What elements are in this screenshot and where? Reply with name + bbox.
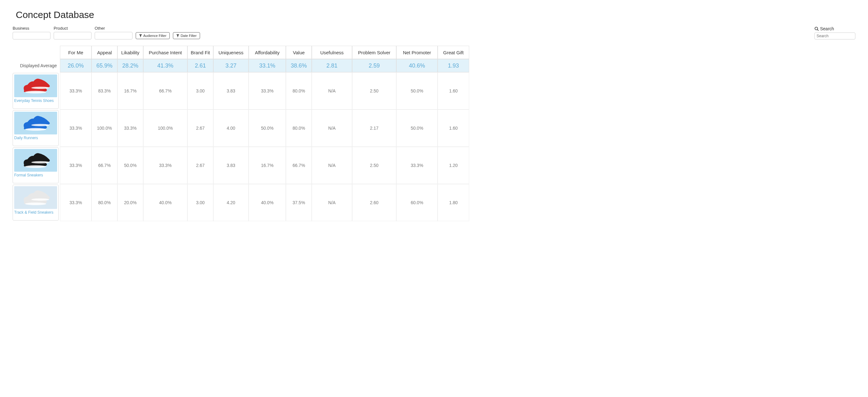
- svg-point-4: [31, 87, 49, 89]
- concept-thumbnail[interactable]: [14, 74, 57, 97]
- table-row: Track & Field Sneakers33.3%80.0%20.0%40.…: [12, 184, 856, 221]
- concept-link[interactable]: Formal Sneakers: [14, 173, 57, 178]
- date-filter-button[interactable]: Date Filter: [173, 32, 200, 39]
- data-cell: 2.50: [352, 147, 396, 184]
- average-cell: 2.81: [312, 59, 352, 72]
- svg-point-0: [815, 27, 818, 30]
- funnel-icon: [139, 34, 142, 37]
- average-cell: 2.59: [352, 59, 396, 72]
- concept-card[interactable]: Formal Sneakers: [12, 147, 59, 183]
- average-cell: 26.0%: [60, 59, 92, 72]
- column-header[interactable]: Value: [286, 46, 312, 59]
- audience-filter-button[interactable]: Audience Filter: [136, 32, 170, 39]
- average-cell: 3.27: [213, 59, 249, 72]
- business-input[interactable]: [12, 32, 51, 39]
- data-cell: 3.00: [187, 72, 213, 110]
- data-cell: 100.0%: [143, 110, 187, 147]
- data-cell: 2.67: [187, 110, 213, 147]
- data-cell: 66.7%: [143, 72, 187, 110]
- concept-card[interactable]: Everyday Tennis Shoes: [12, 73, 59, 109]
- svg-point-13: [31, 198, 49, 201]
- column-header[interactable]: Great Gift: [438, 46, 469, 59]
- column-header[interactable]: For Me: [60, 46, 92, 59]
- column-header[interactable]: Net Promoter: [396, 46, 438, 59]
- product-input[interactable]: [54, 32, 92, 39]
- data-cell: 1.60: [438, 110, 469, 147]
- average-cell: 2.61: [187, 59, 213, 72]
- data-cell: N/A: [312, 110, 352, 147]
- column-header[interactable]: Problem Solver: [352, 46, 396, 59]
- search-icon: [814, 27, 819, 31]
- average-cell: 40.6%: [396, 59, 438, 72]
- concept-card[interactable]: Daily Runners: [12, 110, 59, 146]
- displayed-average-row: Displayed Average26.0%65.9%28.2%41.3%2.6…: [12, 59, 856, 72]
- column-header[interactable]: Uniqueness: [213, 46, 249, 59]
- data-cell: 2.17: [352, 110, 396, 147]
- displayed-average-label: Displayed Average: [12, 59, 60, 72]
- page-title: Concept Database: [16, 9, 856, 20]
- table-row: Daily Runners33.3%100.0%33.3%100.0%2.674…: [12, 110, 856, 147]
- column-header[interactable]: Purchase Intent: [143, 46, 187, 59]
- data-cell: 2.67: [187, 147, 213, 184]
- data-cell: 50.0%: [249, 110, 286, 147]
- data-cell: N/A: [312, 147, 352, 184]
- table-row: Formal Sneakers33.3%66.7%50.0%33.3%2.673…: [12, 147, 856, 184]
- column-header[interactable]: Affordability: [249, 46, 286, 59]
- column-header[interactable]: Likability: [117, 46, 143, 59]
- data-cell: 50.0%: [396, 110, 438, 147]
- data-cell: 1.60: [438, 72, 469, 110]
- filter-label-other: Other: [95, 26, 132, 31]
- data-cell: 33.3%: [60, 147, 92, 184]
- concept-link[interactable]: Everyday Tennis Shoes: [14, 98, 57, 103]
- data-cell: 3.83: [213, 147, 249, 184]
- svg-point-7: [31, 124, 49, 126]
- data-cell: 33.3%: [396, 147, 438, 184]
- data-cell: 83.3%: [92, 72, 117, 110]
- filters-row: Business Product Other Audience Filter D…: [12, 26, 856, 39]
- data-cell: 33.3%: [60, 110, 92, 147]
- data-cell: 1.20: [438, 147, 469, 184]
- data-cell: 40.0%: [249, 184, 286, 221]
- data-cell: 60.0%: [396, 184, 438, 221]
- table-row: Everyday Tennis Shoes33.3%83.3%16.7%66.7…: [12, 72, 856, 110]
- data-cell: 3.83: [213, 72, 249, 110]
- table-header-row: For MeAppealLikabilityPurchase IntentBra…: [12, 46, 856, 59]
- data-cell: 80.0%: [286, 72, 312, 110]
- funnel-icon: [176, 34, 179, 37]
- concept-thumbnail[interactable]: [14, 186, 57, 209]
- data-cell: 4.20: [213, 184, 249, 221]
- data-cell: 16.7%: [117, 72, 143, 110]
- svg-point-3: [25, 91, 46, 93]
- concept-thumbnail[interactable]: [14, 112, 57, 134]
- filter-label-product: Product: [54, 26, 92, 31]
- data-cell: N/A: [312, 72, 352, 110]
- data-cell: 4.00: [213, 110, 249, 147]
- data-cell: 66.7%: [286, 147, 312, 184]
- data-cell: 33.3%: [249, 72, 286, 110]
- concept-thumbnail[interactable]: [14, 149, 57, 172]
- data-cell: 3.00: [187, 184, 213, 221]
- filter-product: Product: [54, 26, 92, 39]
- svg-line-1: [817, 30, 819, 31]
- svg-point-9: [25, 165, 46, 168]
- concept-card[interactable]: Track & Field Sneakers: [12, 185, 59, 221]
- search-label: Search: [814, 26, 856, 31]
- search-input[interactable]: [814, 32, 856, 39]
- concept-link[interactable]: Daily Runners: [14, 136, 57, 141]
- svg-point-10: [31, 161, 49, 163]
- other-input[interactable]: [95, 32, 132, 39]
- column-header[interactable]: Appeal: [92, 46, 117, 59]
- concept-link[interactable]: Track & Field Sneakers: [14, 210, 57, 215]
- data-cell: 33.3%: [60, 184, 92, 221]
- filter-label-business: Business: [12, 26, 51, 31]
- search-label-text: Search: [820, 26, 834, 31]
- filter-btn-label: Audience Filter: [143, 34, 166, 37]
- column-header[interactable]: Brand Fit: [187, 46, 213, 59]
- header-blank: [12, 46, 60, 59]
- filter-btn-label: Date Filter: [181, 34, 196, 37]
- data-cell: 2.60: [352, 184, 396, 221]
- data-cell: 100.0%: [92, 110, 117, 147]
- data-cell: 66.7%: [92, 147, 117, 184]
- column-header[interactable]: Usefulness: [312, 46, 352, 59]
- data-cell: 33.3%: [143, 147, 187, 184]
